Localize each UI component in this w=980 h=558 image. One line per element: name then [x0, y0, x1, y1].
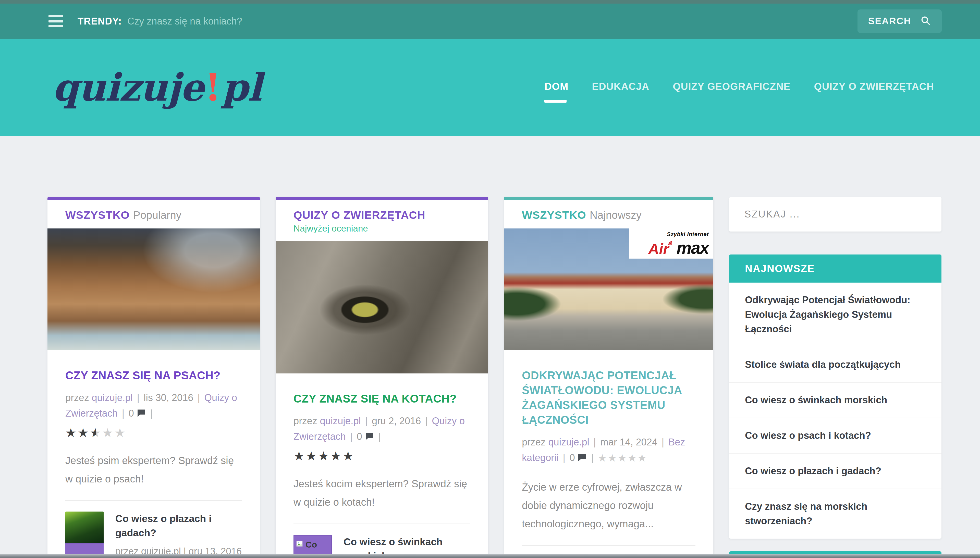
logo-text: quizuje [52, 65, 204, 110]
article-meta: przez quizuje.pl | lis 30, 2016 | Quizy … [66, 390, 242, 421]
comment-icon [577, 452, 587, 463]
site-header: quizuje!pl DOM EDUKACJA QUIZY GEOGRAFICZ… [0, 39, 980, 136]
card-header: QUIZY O ZWIERZĘTACH Najwyżej oceniane [275, 200, 488, 241]
comment-count[interactable]: 0 [357, 431, 362, 442]
list-item[interactable]: Odkrywając Potencjał Światłowodu: Ewoluc… [729, 282, 941, 347]
article-excerpt: Jesteś psim ekspertem? Sprawdź się w qui… [66, 451, 242, 488]
airmax-brand-air: Air [648, 242, 669, 256]
main-nav: DOM EDUKACJA QUIZY GEOGRAFICZNE QUIZY O … [544, 81, 934, 94]
bottom-bar [0, 554, 980, 558]
card-sort-label[interactable]: Najnowszy [590, 209, 642, 221]
article-image-cat[interactable] [275, 241, 488, 373]
airmax-tagline: Szybki Internet [635, 231, 709, 238]
nav-item-edukacja[interactable]: EDUKACJA [592, 81, 649, 94]
list-item[interactable]: Co wiesz o płazach i gadach? [729, 454, 941, 489]
airmax-brand-max: max [677, 240, 709, 256]
list-item[interactable]: Stolice świata dla początkujących [729, 347, 941, 382]
quiz-card-top-rated: QUIZY O ZWIERZĘTACH Najwyżej oceniane CZ… [275, 197, 488, 558]
card-filter-tab[interactable]: WSZYSTKO [522, 209, 586, 221]
article-image-dog[interactable] [48, 228, 260, 350]
search-icon [920, 15, 931, 27]
widget-header-najnowsze: NAJNOWSZE [729, 254, 941, 282]
star-rating [598, 453, 647, 463]
card-body: CZY ZNASZ SIĘ NA PSACH? przez quizuje.pl… [48, 350, 260, 501]
author-prefix: przez [66, 392, 89, 403]
search-button[interactable]: SEARCH [857, 10, 942, 33]
site-logo[interactable]: quizuje!pl [52, 65, 261, 110]
nav-item-quizy-geograficzne[interactable]: QUIZY GEOGRAFICZNE [673, 81, 790, 94]
card-subfilter-label[interactable]: Najwyżej oceniane [293, 223, 470, 233]
star-rating [293, 450, 470, 462]
related-item[interactable]: Co wiesz o płazach i gadach? przez quizu… [48, 501, 260, 558]
article-title[interactable]: ODKRYWAJĄC POTENCJAŁ ŚWIATŁOWODU: EWOLUC… [522, 368, 695, 427]
article-excerpt: Życie w erze cyfrowej, zwłaszcza w dobie… [522, 478, 695, 533]
card-filter-tab[interactable]: QUIZY O ZWIERZĘTACH [293, 209, 425, 221]
content-area: WSZYSTKOPopularny CZY ZNASZ SIĘ NA PSACH… [0, 136, 980, 558]
comment-icon [137, 408, 146, 419]
sidebar: NAJNOWSZE Odkrywając Potencjał Światłowo… [729, 197, 941, 558]
post-date: mar 14, 2024 [600, 437, 657, 448]
window-top-edge [0, 0, 980, 3]
logo-tld: pl [222, 65, 262, 110]
list-item[interactable]: Co wiesz o psach i kotach? [729, 418, 941, 454]
card-accent-bar [504, 197, 713, 200]
latest-posts-list: Odkrywając Potencjał Światłowodu: Ewoluc… [729, 282, 941, 538]
quiz-card-newest: WSZYSTKONajnowszy Szybki Internet Air ma… [504, 197, 713, 558]
author-prefix: przez [293, 415, 317, 426]
card-sort-label[interactable]: Popularny [133, 209, 182, 221]
hamburger-menu-icon[interactable] [49, 15, 63, 27]
list-item[interactable]: Co wiesz o świnkach morskich [729, 382, 941, 418]
author-link[interactable]: quizuje.pl [320, 415, 361, 426]
related-thumbnail-frog[interactable] [66, 512, 103, 558]
list-item[interactable]: Czy znasz się na morskich stworzeniach? [729, 489, 941, 538]
related-item[interactable]: Co wiesz Co wiesz o świnkach morskich pr… [275, 524, 488, 558]
star-rating [66, 427, 242, 439]
trendy-label: TRENDY: [78, 16, 122, 27]
comment-icon [365, 431, 374, 442]
nav-item-dom[interactable]: DOM [544, 81, 569, 94]
author-link[interactable]: quizuje.pl [92, 392, 133, 403]
article-title[interactable]: CZY ZNASZ SIĘ NA PSACH? [66, 368, 242, 383]
article-title[interactable]: CZY ZNASZ SIĘ NA KOTACH? [293, 391, 470, 406]
card-body: CZY ZNASZ SIĘ NA KOTACH? przez quizuje.p… [275, 373, 488, 524]
wifi-signal-icon [667, 238, 676, 247]
comment-count[interactable]: 0 [570, 452, 575, 463]
post-date: lis 30, 2016 [144, 392, 193, 403]
card-body: ODKRYWAJĄC POTENCJAŁ ŚWIATŁOWODU: EWOLUC… [504, 350, 713, 546]
article-image-building[interactable]: Szybki Internet Air max [504, 228, 713, 350]
card-accent-bar [275, 197, 488, 200]
card-header: WSZYSTKOPopularny [48, 200, 260, 228]
search-button-label: SEARCH [868, 16, 911, 26]
post-date: gru 2, 2016 [372, 415, 421, 426]
airmax-logo: Szybki Internet Air max [629, 228, 713, 259]
author-link[interactable]: quizuje.pl [548, 437, 589, 448]
card-accent-bar [48, 197, 260, 200]
author-prefix: przez [522, 437, 546, 448]
trendy-ticker-link[interactable]: Czy znasz się na koniach? [127, 16, 242, 27]
nav-item-quizy-o-zwierzetach[interactable]: QUIZY O ZWIERZĘTACH [814, 81, 934, 94]
card-filter-tab[interactable]: WSZYSTKO [66, 209, 129, 221]
comment-count[interactable]: 0 [129, 408, 134, 419]
article-meta: przez quizuje.pl | mar 14, 2024 | Bez ka… [522, 435, 695, 466]
quiz-card-popular: WSZYSTKOPopularny CZY ZNASZ SIĘ NA PSACH… [48, 197, 260, 558]
topbar: TRENDY: Czy znasz się na koniach? SEARCH [0, 3, 980, 39]
logo-exclamation: ! [204, 65, 222, 110]
related-title[interactable]: Co wiesz o płazach i gadach? [115, 512, 242, 540]
card-header: WSZYSTKONajnowszy [504, 200, 713, 228]
sidebar-search-input[interactable] [729, 197, 941, 231]
article-meta: przez quizuje.pl | gru 2, 2016 | Quizy o… [293, 413, 470, 445]
article-excerpt: Jesteś kocim ekspertem? Sprawdź się w qu… [293, 474, 470, 511]
